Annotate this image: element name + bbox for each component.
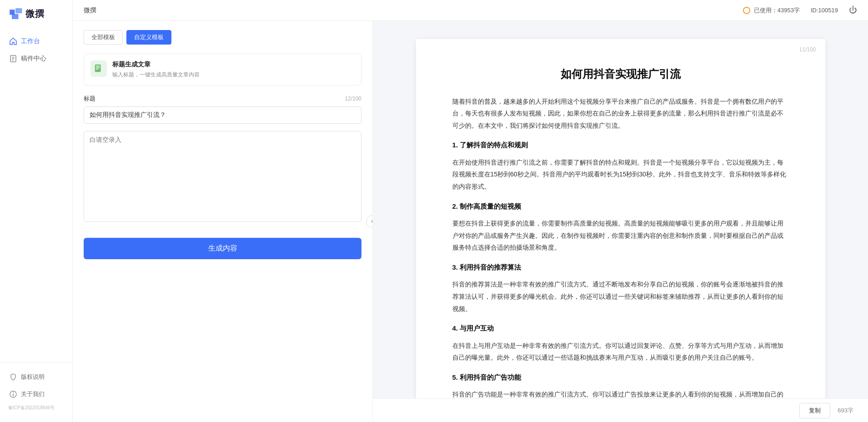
about-label: 关于我们	[21, 390, 45, 398]
template-card[interactable]: 标题生成文章 输入标题，一键生成高质量文章内容	[84, 54, 361, 85]
copyright-label: 版权说明	[21, 373, 45, 381]
article-section-5: 3. 利用抖音的推荐算法	[452, 261, 789, 274]
usage-display: 已使用：43953字	[743, 6, 800, 15]
header-id: ID:100519	[811, 7, 838, 14]
info-icon	[9, 390, 17, 398]
usage-circle-icon	[743, 7, 750, 14]
article-para-2: 在开始使用抖音进行推广引流之前，你需要了解抖音的特点和规则。抖音是一个短视频分享…	[452, 156, 789, 193]
article-para-6: 抖音的推荐算法是一种非常有效的推广引流方式。通过不断地发布和分享自己的短视频，你…	[452, 278, 789, 315]
form-label-row: 标题 12/100	[84, 95, 361, 103]
svg-rect-9	[96, 67, 100, 68]
page-number: 11/100	[799, 46, 816, 53]
content: 全部模板 自定义模板 标题生成文章 输入标题，一键生成高质量文章内容	[73, 21, 868, 422]
article-para-8: 在抖音上与用户互动是一种非常有效的推广引流方式。你可以通过回复评论、点赞、分享等…	[452, 340, 789, 364]
word-count: 693字	[838, 407, 853, 415]
collapse-panel-button[interactable]	[366, 215, 373, 228]
sidebar-item-workbench[interactable]: 工作台	[0, 33, 72, 50]
article-section-3: 2. 制作高质量的短视频	[452, 200, 789, 213]
article-para-4: 要想在抖音上获得更多的流量，你需要制作高质量的短视频。高质量的短视频能够吸引更多…	[452, 217, 789, 254]
template-info: 标题生成文章 输入标题，一键生成高质量文章内容	[112, 60, 355, 79]
article-para-10: 抖音的广告功能是一种非常有效的推广引流方式。你可以通过广告投放来让更多的人看到你…	[452, 388, 789, 398]
svg-rect-8	[96, 66, 100, 66]
article-para-0: 随着抖音的普及，越来越多的人开始利用这个短视频分享平台来推广自己的产品或服务。抖…	[452, 95, 789, 132]
article-section-9: 5. 利用抖音的广告功能	[452, 371, 789, 384]
svg-rect-7	[95, 65, 101, 72]
tab-custom-templates[interactable]: 自定义模板	[126, 30, 171, 45]
article-title: 如何用抖音实现推广引流	[452, 66, 789, 82]
article-page: 11/100 如何用抖音实现推广引流 随着抖音的普及，越来越多的人开始利用这个短…	[416, 39, 825, 398]
sidebar-item-drafts-label: 稿件中心	[21, 55, 46, 63]
title-count: 12/100	[345, 95, 361, 102]
logo: 微撰	[0, 0, 72, 27]
header-right: 已使用：43953字 ID:100519 ⏻	[743, 5, 857, 15]
sidebar-item-about[interactable]: 关于我们	[0, 386, 72, 403]
form-textarea-section	[84, 131, 361, 223]
power-icon[interactable]: ⏻	[849, 5, 857, 15]
logo-icon	[8, 7, 23, 20]
template-desc: 输入标题，一键生成高质量文章内容	[112, 70, 355, 79]
home-icon	[9, 37, 17, 45]
template-tabs: 全部模板 自定义模板	[84, 30, 361, 45]
usage-text: 已使用：43953字	[754, 6, 800, 15]
icp-text: 豫ICP备2022018846号	[0, 403, 72, 413]
article-section-1: 1. 了解抖音的特点和规则	[452, 139, 789, 152]
shield-icon	[9, 373, 17, 381]
sidebar-item-copyright[interactable]: 版权说明	[0, 368, 72, 386]
template-name: 标题生成文章	[112, 60, 355, 69]
title-input[interactable]	[84, 106, 361, 124]
logo-text: 微撰	[25, 8, 45, 20]
document-icon	[94, 64, 104, 74]
tab-all-templates[interactable]: 全部模板	[84, 30, 123, 45]
article-footer: 复制 693字	[373, 398, 868, 422]
sidebar-nav: 工作台 稿件中心	[0, 27, 72, 362]
template-icon	[90, 60, 107, 77]
copy-button[interactable]: 复制	[799, 403, 830, 418]
header: 微撰 已使用：43953字 ID:100519 ⏻	[73, 0, 868, 21]
article-container: 11/100 如何用抖音实现推广引流 随着抖音的普及，越来越多的人开始利用这个短…	[373, 21, 868, 398]
form-title-section: 标题 12/100	[84, 95, 361, 124]
left-panel: 全部模板 自定义模板 标题生成文章 输入标题，一键生成高质量文章内容	[73, 21, 373, 422]
sidebar-item-workbench-label: 工作台	[21, 37, 40, 45]
content-textarea[interactable]	[84, 131, 361, 222]
article-body: 随着抖音的普及，越来越多的人开始利用这个短视频分享平台来推广自己的产品或服务。抖…	[452, 95, 789, 398]
sidebar: 微撰 工作台 稿件中心 版权说明 关于我们 豫ICP备2	[0, 0, 73, 422]
generate-button[interactable]: 生成内容	[84, 238, 361, 259]
file-icon	[9, 55, 17, 63]
right-panel: 11/100 如何用抖音实现推广引流 随着抖音的普及，越来越多的人开始利用这个短…	[373, 21, 868, 422]
article-section-7: 4. 与用户互动	[452, 322, 789, 335]
svg-point-6	[13, 392, 14, 393]
main: 微撰 已使用：43953字 ID:100519 ⏻ 全部模板 自定义模板	[73, 0, 868, 422]
header-title: 微撰	[84, 6, 96, 15]
sidebar-bottom: 版权说明 关于我们 豫ICP备2022018846号	[0, 362, 72, 422]
title-label: 标题	[84, 95, 95, 103]
sidebar-item-drafts[interactable]: 稿件中心	[0, 50, 72, 67]
svg-rect-10	[96, 69, 99, 69]
chevron-left-icon	[370, 219, 373, 224]
